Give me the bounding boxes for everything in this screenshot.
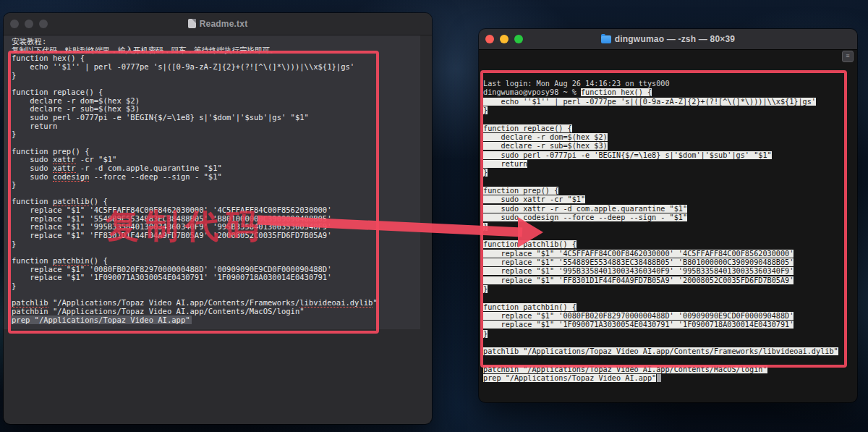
editor-line: 安装教程: xyxy=(12,38,378,46)
annotation-rectangle-right xyxy=(480,70,847,368)
annotation-rectangle-left xyxy=(8,51,379,334)
scrollbar-widget-icon[interactable]: ≡ xyxy=(842,51,854,62)
editor-window-title: Readme.txt xyxy=(4,19,432,29)
terminal-title-text: dingwumao — -zsh — 80×39 xyxy=(615,34,736,44)
desktop: { "colors": { "annotation_red": "#f4495e… xyxy=(0,0,868,432)
terminal-titlebar[interactable]: dingwumao — -zsh — 80×39 xyxy=(479,29,857,50)
document-icon xyxy=(188,19,196,28)
annotation-watermark: 复制代码 xyxy=(106,204,265,249)
terminal-line: prep "/Applications/Topaz Video AI.app" xyxy=(483,374,838,383)
editor-title-text: Readme.txt xyxy=(200,19,248,29)
editor-titlebar[interactable]: Readme.txt xyxy=(4,13,432,35)
terminal-window-title: dingwumao — -zsh — 80×39 xyxy=(479,34,857,44)
terminal-cursor xyxy=(657,374,661,382)
folder-icon xyxy=(601,35,611,43)
